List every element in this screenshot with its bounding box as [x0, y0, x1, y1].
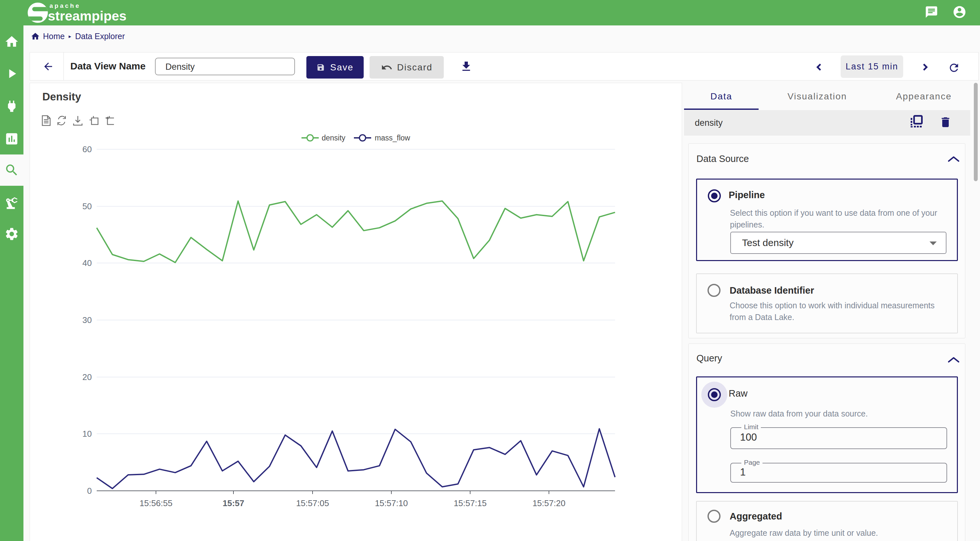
svg-text:20: 20 — [83, 372, 92, 382]
svg-text:10: 10 — [83, 429, 92, 439]
svg-text:0: 0 — [87, 486, 92, 496]
svg-text:40: 40 — [83, 258, 92, 268]
svg-text:30: 30 — [83, 315, 92, 325]
svg-text:15:57: 15:57 — [223, 498, 245, 508]
svg-text:15:57:20: 15:57:20 — [532, 498, 565, 508]
svg-text:density: density — [322, 134, 345, 142]
svg-text:60: 60 — [83, 144, 92, 154]
svg-text:15:56:55: 15:56:55 — [139, 498, 172, 508]
svg-text:mass_flow: mass_flow — [375, 134, 410, 142]
svg-text:50: 50 — [83, 201, 92, 211]
svg-text:15:57:05: 15:57:05 — [296, 498, 329, 508]
svg-text:15:57:15: 15:57:15 — [453, 498, 487, 508]
svg-text:15:57:10: 15:57:10 — [375, 498, 407, 508]
